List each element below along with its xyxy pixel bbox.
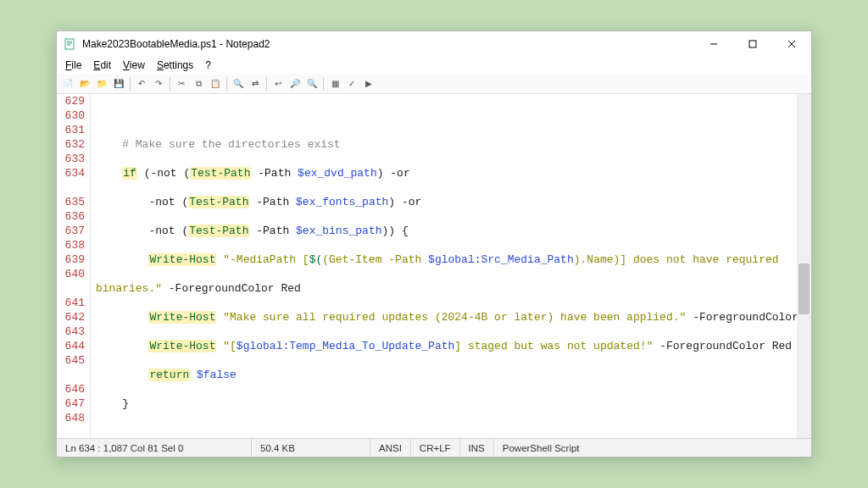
- menubar: File Edit View Settings ?: [57, 57, 811, 74]
- status-eol: CR+LF: [411, 439, 460, 457]
- copy-icon[interactable]: ⧉: [191, 76, 206, 92]
- paste-icon[interactable]: 📋: [208, 76, 223, 92]
- scheme-icon[interactable]: ▦: [327, 76, 342, 92]
- menu-edit[interactable]: Edit: [88, 58, 116, 72]
- find-icon[interactable]: 🔍: [231, 76, 246, 92]
- menu-view[interactable]: View: [118, 58, 150, 72]
- titlebar[interactable]: Make2023BootableMedia.ps1 - Notepad2: [57, 31, 811, 57]
- app-icon: [64, 37, 77, 51]
- toolbar: 📄 📂 📁 💾 ↶ ↷ ✂ ⧉ 📋 🔍 ⇄ ↩ 🔎 🔍 ▦ ✓ ▶: [57, 74, 811, 94]
- svg-rect-0: [65, 39, 74, 49]
- separator: [226, 77, 227, 91]
- code-content[interactable]: # Make sure the directories exist if (-n…: [91, 94, 797, 438]
- svg-rect-2: [749, 41, 756, 47]
- menu-settings[interactable]: Settings: [152, 58, 198, 72]
- separator: [323, 77, 324, 91]
- status-size: 50.4 KB: [252, 439, 370, 457]
- separator: [170, 77, 170, 91]
- bookmark-icon[interactable]: ✓: [344, 76, 359, 92]
- browse-icon[interactable]: 📁: [94, 76, 109, 92]
- toggle-icon[interactable]: ▶: [361, 76, 376, 92]
- minimize-button[interactable]: [694, 31, 733, 57]
- maximize-button[interactable]: [733, 31, 772, 57]
- wrap-icon[interactable]: ↩: [270, 76, 286, 92]
- statusbar: Ln 634 : 1,087 Col 81 Sel 0 50.4 KB ANSI…: [57, 438, 811, 457]
- undo-icon[interactable]: ↶: [134, 76, 149, 92]
- vertical-scrollbar[interactable]: [797, 94, 811, 438]
- status-language: PowerShell Script: [494, 439, 811, 457]
- window-title: Make2023BootableMedia.ps1 - Notepad2: [82, 38, 694, 50]
- status-ins: INS: [460, 439, 494, 457]
- replace-icon[interactable]: ⇄: [248, 76, 263, 92]
- cut-icon[interactable]: ✂: [174, 76, 189, 92]
- menu-help[interactable]: ?: [200, 58, 216, 72]
- open-icon[interactable]: 📂: [77, 76, 92, 92]
- line-number-gutter: 6296306316326336346356366376386396406416…: [57, 94, 91, 438]
- redo-icon[interactable]: ↷: [151, 76, 166, 92]
- status-position: Ln 634 : 1,087 Col 81 Sel 0: [57, 439, 252, 457]
- separator: [266, 77, 267, 91]
- scrollbar-thumb[interactable]: [798, 263, 810, 314]
- editor-area: 6296306316326336346356366376386396406416…: [57, 94, 811, 438]
- save-icon[interactable]: 💾: [111, 76, 126, 92]
- zoom-in-icon[interactable]: 🔎: [287, 76, 303, 92]
- separator: [130, 77, 131, 91]
- app-window: Make2023BootableMedia.ps1 - Notepad2 Fil…: [56, 30, 812, 458]
- new-icon[interactable]: 📄: [60, 76, 75, 92]
- menu-file[interactable]: File: [60, 58, 86, 72]
- close-button[interactable]: [772, 31, 811, 57]
- status-encoding: ANSI: [370, 439, 411, 457]
- zoom-out-icon[interactable]: 🔍: [304, 76, 320, 92]
